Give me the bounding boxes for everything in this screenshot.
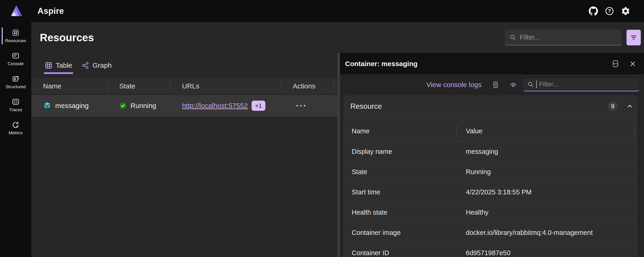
- search-icon: [509, 34, 516, 41]
- sidebar-item-console[interactable]: Console: [0, 48, 31, 70]
- graph-share-icon: [82, 62, 89, 69]
- resource-name: messaging: [55, 102, 88, 110]
- details-toolbar: View console logs: [340, 74, 644, 95]
- app-title: Aspire: [38, 6, 64, 16]
- column-header-actions: Actions: [281, 78, 334, 94]
- property-row-state: State Running: [347, 162, 634, 182]
- property-value: 6d9571987e50: [457, 243, 634, 257]
- view-tabs: Table Graph: [32, 53, 338, 78]
- page-title: Resources: [40, 31, 94, 44]
- property-value: docker.io/library/rabbitmq:4.0-managemen…: [457, 223, 634, 243]
- log-document-button[interactable]: [492, 81, 500, 89]
- resources-grid-icon: [12, 29, 20, 37]
- resources-table-header: Name State URLs Actions: [32, 78, 338, 95]
- sidebar-item-metrics[interactable]: Metrics: [0, 117, 31, 139]
- resource-section-card: Resource 9 Name: [344, 95, 638, 257]
- traces-icon: [12, 98, 20, 106]
- details-filter-input[interactable]: [539, 81, 636, 88]
- column-header-spacer: [334, 78, 345, 94]
- sidebar-label: Traces: [9, 107, 22, 112]
- property-column-value: Value: [457, 121, 634, 141]
- aspire-dashboard: Aspire ?: [0, 0, 644, 257]
- property-name: Container ID: [347, 243, 457, 257]
- chevron-up-icon: [626, 103, 634, 110]
- tab-table[interactable]: Table: [43, 53, 74, 78]
- github-button[interactable]: [588, 6, 598, 16]
- more-urls-badge[interactable]: +1: [252, 101, 266, 111]
- property-value: 4/22/2025 3:18:55 PM: [457, 182, 634, 202]
- filter-button[interactable]: [626, 30, 641, 45]
- property-value: Healthy: [457, 202, 634, 222]
- aspire-logo-icon: [10, 6, 22, 17]
- sidebar-item-structured[interactable]: Structured: [0, 71, 31, 93]
- close-details-button[interactable]: [629, 60, 637, 68]
- sidebar-label: Metrics: [8, 130, 22, 135]
- settings-gear-icon: [621, 6, 630, 16]
- resources-pane: Table Graph: [32, 53, 338, 257]
- resources-filter-field: [505, 30, 622, 45]
- property-name: State: [347, 162, 457, 182]
- property-name: Start time: [347, 182, 457, 202]
- property-table: Name Value Display name messaging State …: [347, 121, 634, 257]
- resources-table: Name State URLs Actions: [32, 78, 338, 117]
- console-icon: [12, 52, 20, 60]
- top-bar: Aspire ?: [0, 0, 644, 22]
- sidebar-label: Resources: [5, 38, 26, 43]
- property-row-container-image: Container image docker.io/library/rabbit…: [347, 223, 634, 243]
- details-title: Container: messaging: [345, 60, 418, 68]
- tab-label: Table: [56, 62, 72, 69]
- resource-urls-cell: http://localhost:57552 +1: [170, 95, 281, 117]
- details-filter-field: [524, 78, 639, 91]
- settings-button[interactable]: [620, 6, 631, 16]
- help-button[interactable]: ?: [604, 6, 614, 16]
- container-box-icon: [43, 102, 51, 110]
- watch-eye-icon: [509, 81, 518, 89]
- resource-name-cell: messaging: [32, 95, 108, 117]
- watch-eye-button[interactable]: [509, 81, 518, 89]
- page-header: Resources: [32, 22, 644, 53]
- column-header-urls: URLs: [170, 78, 281, 94]
- property-row-health-state: Health state Healthy: [347, 202, 634, 223]
- property-name: Health state: [347, 202, 457, 222]
- close-icon: [629, 60, 637, 68]
- resource-actions-cell: [281, 95, 334, 117]
- resource-state-cell: Running: [108, 95, 170, 117]
- property-count-badge: 9: [608, 101, 618, 111]
- details-content: Resource 9 Name: [340, 95, 644, 257]
- view-console-logs-link[interactable]: View console logs: [426, 81, 482, 89]
- details-header: Container: messaging: [340, 53, 644, 74]
- split-panel-button[interactable]: [611, 60, 620, 68]
- property-value: Running: [457, 162, 634, 182]
- more-actions-icon: [296, 104, 306, 107]
- sidebar-item-traces[interactable]: Traces: [0, 94, 31, 116]
- check-circle-icon: [119, 102, 126, 109]
- table-row-messaging[interactable]: messaging Running http://localhost:5: [32, 95, 338, 117]
- sidebar-item-resources[interactable]: Resources: [0, 25, 31, 47]
- svg-text:?: ?: [608, 8, 611, 14]
- property-name: Display name: [347, 142, 457, 162]
- log-document-icon: [492, 81, 500, 89]
- table-grid-icon: [45, 62, 52, 69]
- sidebar-nav: Resources Console Str: [0, 22, 32, 257]
- resources-filter-input[interactable]: [520, 34, 617, 41]
- property-name: Container image: [347, 223, 457, 243]
- split-panel-icon: [611, 60, 620, 68]
- resource-section-header[interactable]: Resource 9: [344, 95, 638, 117]
- property-column-name: Name: [347, 121, 457, 141]
- property-table-header: Name Value: [347, 121, 634, 142]
- section-title: Resource: [350, 102, 382, 111]
- text-cursor: [536, 80, 537, 88]
- property-row-start-time: Start time 4/22/2025 3:18:55 PM: [347, 182, 634, 202]
- search-icon: [527, 81, 534, 88]
- resource-url-link[interactable]: http://localhost:57552: [182, 102, 248, 110]
- tab-label: Graph: [92, 62, 112, 69]
- tab-graph[interactable]: Graph: [80, 53, 114, 78]
- help-icon: ?: [605, 6, 614, 16]
- sidebar-label: Structured: [6, 84, 26, 89]
- topbar-actions: ?: [588, 6, 631, 16]
- property-value: messaging: [457, 142, 634, 162]
- collapse-section-button[interactable]: [626, 103, 634, 110]
- structured-logs-icon: [12, 75, 20, 83]
- property-row-display-name: Display name messaging: [347, 142, 634, 162]
- more-actions-button[interactable]: [281, 104, 306, 107]
